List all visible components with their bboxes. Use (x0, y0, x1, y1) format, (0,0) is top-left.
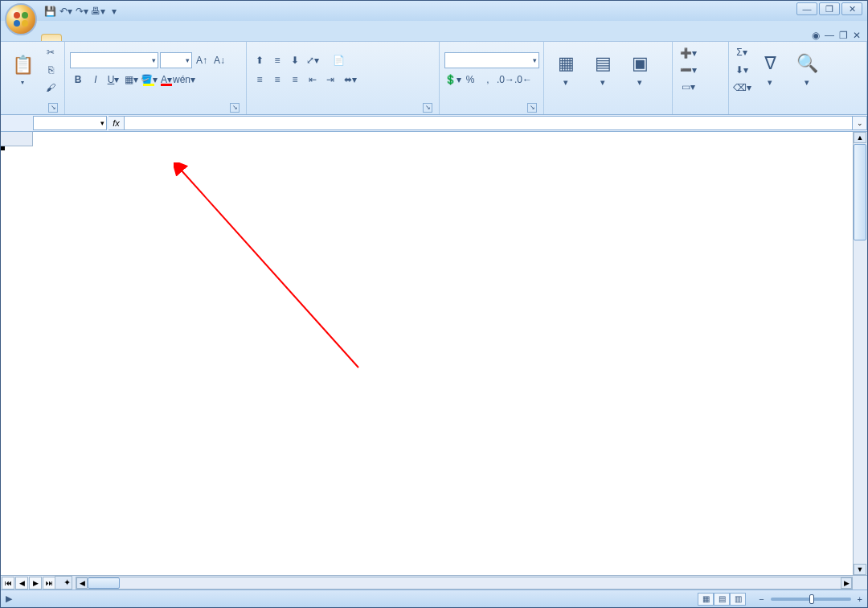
formula-input[interactable] (125, 116, 853, 130)
underline-button[interactable]: U▾ (105, 72, 121, 88)
find-select-button[interactable]: 🔍▾ (790, 43, 824, 97)
tab-nav-next[interactable]: ▶ (29, 577, 42, 590)
tab-view[interactable] (168, 35, 187, 41)
font-dialog-launcher[interactable]: ↘ (230, 103, 240, 113)
italic-button[interactable]: I (88, 72, 104, 88)
fx-button[interactable]: fx (108, 116, 125, 130)
decrease-decimal-button[interactable]: .0← (515, 72, 531, 88)
cut-button[interactable]: ✂ (43, 44, 59, 60)
insert-cells-button[interactable]: ➕▾ (678, 45, 699, 61)
merge-center-button[interactable]: ⬌▾ (340, 72, 361, 88)
vertical-scrollbar[interactable]: ▲ ▼ (853, 132, 867, 575)
maximize-button[interactable]: ❐ (819, 2, 840, 15)
zoom-out-button[interactable]: − (759, 594, 764, 604)
tab-nav-first[interactable]: ⏮ (2, 577, 14, 590)
format-painter-button[interactable]: 🖌 (43, 80, 59, 96)
accounting-format-button[interactable]: 💲▾ (444, 72, 461, 88)
minimize-button[interactable]: — (796, 2, 817, 15)
find-icon: 🔍 (796, 53, 818, 74)
qat-customize-icon[interactable]: ▾ (107, 4, 121, 18)
pagebreak-view-button[interactable]: ▥ (730, 593, 746, 606)
table-format-icon: ▤ (595, 53, 612, 74)
arrow-annotation (174, 162, 366, 372)
new-sheet-button[interactable]: ✦ (55, 576, 72, 590)
macro-record-icon[interactable]: ▶ (6, 594, 12, 603)
font-color-button[interactable]: A▾ (158, 72, 174, 88)
percent-button[interactable]: % (462, 72, 478, 88)
ribbon-tabstrip: ◉ — ❐ ✕ (41, 21, 867, 41)
conditional-format-icon: ▦ (558, 53, 575, 74)
clear-button[interactable]: ⌫▾ (734, 80, 750, 96)
number-dialog-launcher[interactable]: ↘ (527, 103, 537, 113)
undo-icon[interactable]: ↶▾ (59, 4, 73, 18)
align-right-button[interactable]: ≡ (287, 72, 303, 88)
page-layout-view-button[interactable]: ▤ (714, 593, 730, 606)
number-format-combo[interactable] (444, 52, 539, 68)
clipboard-icon: 📋 (12, 55, 34, 76)
sort-icon: ᐁ (764, 53, 776, 74)
decrease-indent-button[interactable]: ⇤ (305, 72, 321, 88)
wrap-text-button[interactable]: 📄 (329, 52, 349, 68)
tab-nav-last[interactable]: ⏭ (43, 577, 55, 590)
print-icon[interactable]: 🖶▾ (91, 4, 105, 18)
conditional-format-button[interactable]: ▦▾ (549, 43, 583, 97)
save-icon[interactable]: 💾 (43, 4, 57, 18)
font-name-combo[interactable] (70, 52, 158, 68)
svg-point-3 (22, 20, 28, 27)
align-top-button[interactable]: ⬆ (252, 52, 268, 68)
format-cells-button[interactable]: ▭▾ (678, 79, 699, 95)
decrease-font-button[interactable]: A↓ (211, 52, 227, 68)
tab-data[interactable] (126, 35, 145, 41)
worksheet-grid[interactable] (1, 146, 853, 575)
restore-workbook-icon[interactable]: ❐ (839, 30, 848, 41)
tab-home[interactable] (41, 34, 62, 41)
formula-expand-button[interactable]: ⌄ (853, 116, 867, 130)
border-button[interactable]: ▦▾ (123, 72, 139, 88)
paste-button[interactable]: 📋▾ (6, 43, 39, 97)
align-bottom-button[interactable]: ⬇ (287, 52, 303, 68)
status-bar: ▶ ▦ ▤ ▥ − + (1, 590, 867, 607)
sort-filter-button[interactable]: ᐁ▾ (753, 43, 787, 97)
redo-icon[interactable]: ↷▾ (75, 4, 89, 18)
help-icon[interactable]: ◉ (812, 30, 820, 41)
office-button[interactable] (5, 3, 37, 35)
comma-button[interactable]: , (480, 72, 496, 88)
align-left-button[interactable]: ≡ (252, 72, 268, 88)
horizontal-scrollbar[interactable]: ◀ ▶ (76, 577, 853, 590)
zoom-in-button[interactable]: + (858, 594, 862, 604)
font-size-combo[interactable] (160, 52, 192, 68)
autosum-button[interactable]: Σ▾ (734, 44, 750, 60)
tab-insert[interactable] (63, 35, 83, 41)
normal-view-button[interactable]: ▦ (698, 593, 714, 606)
close-button[interactable]: ✕ (841, 2, 862, 15)
zoom-slider[interactable] (771, 598, 851, 601)
name-box[interactable] (33, 116, 107, 130)
align-middle-button[interactable]: ≡ (269, 52, 285, 68)
increase-font-button[interactable]: A↑ (194, 52, 210, 68)
fill-button[interactable]: ⬇▾ (734, 62, 750, 78)
phonetic-button[interactable]: wén▾ (176, 72, 192, 88)
tab-developer[interactable] (189, 35, 208, 41)
svg-point-1 (22, 12, 28, 18)
align-center-button[interactable]: ≡ (269, 72, 285, 88)
increase-indent-button[interactable]: ⇥ (322, 72, 338, 88)
increase-decimal-button[interactable]: .0→ (497, 72, 514, 88)
select-all-button[interactable] (1, 132, 33, 146)
copy-button[interactable]: ⎘ (43, 62, 59, 78)
align-dialog-launcher[interactable]: ↘ (423, 103, 432, 113)
orientation-button[interactable]: ⤢▾ (305, 52, 321, 68)
tab-pagelayout[interactable] (84, 35, 104, 41)
delete-cells-button[interactable]: ➖▾ (678, 62, 699, 78)
cell-styles-button[interactable]: ▣▾ (623, 43, 657, 97)
close-workbook-icon[interactable]: ✕ (853, 30, 861, 41)
clipboard-dialog-launcher[interactable]: ↘ (48, 103, 58, 113)
cell-style-icon: ▣ (632, 53, 649, 74)
fill-color-button[interactable]: 🪣▾ (141, 72, 157, 88)
tab-formulas[interactable] (105, 35, 125, 41)
bold-button[interactable]: B (70, 72, 86, 88)
tab-nav-prev[interactable]: ◀ (15, 577, 28, 590)
svg-point-2 (14, 20, 20, 27)
format-as-table-button[interactable]: ▤▾ (586, 43, 620, 97)
min-ribbon-icon[interactable]: — (825, 30, 834, 41)
tab-review[interactable] (147, 35, 166, 41)
